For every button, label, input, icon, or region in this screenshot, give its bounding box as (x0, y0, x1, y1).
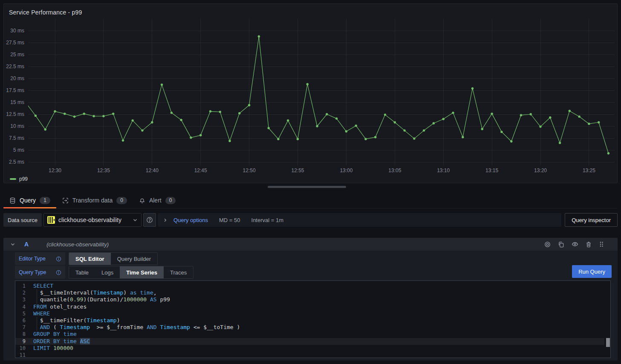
radio-option-logs[interactable]: Logs (95, 266, 120, 278)
tab-alert-label: Alert (149, 197, 162, 204)
svg-text:12:30: 12:30 (49, 168, 61, 173)
code-line-5: 5WHERE (15, 310, 604, 317)
tab-alert-badge: 0 (165, 197, 176, 204)
svg-text:30 ms: 30 ms (10, 28, 24, 34)
svg-text:22.5 ms: 22.5 ms (6, 64, 24, 69)
timeseries-panel: Service Performance - p99 12:3012:3512:4… (3, 3, 618, 183)
editor-type-label: Editor Type (19, 256, 46, 262)
datasource-name: clickhouse-observability (58, 217, 129, 223)
code-line-9: 9ORDER BY time ASC (15, 338, 604, 345)
svg-text:10 ms: 10 ms (10, 123, 24, 129)
chevron-right-icon (163, 218, 168, 222)
query-inspector-button[interactable]: Query inspector (565, 213, 618, 227)
svg-text:13:20: 13:20 (534, 168, 547, 173)
delete-query-trash-icon[interactable] (586, 241, 592, 248)
duplicate-query-icon[interactable] (558, 241, 564, 248)
code-line-10: 10LIMIT 100000 (15, 345, 604, 352)
query-row-header[interactable]: A (clickhouse-observability) (3, 238, 618, 251)
code-line-11: 11 (15, 352, 604, 358)
svg-text:25 ms: 25 ms (10, 52, 24, 58)
info-circle-icon[interactable] (56, 256, 61, 262)
svg-text:13:10: 13:10 (437, 168, 450, 173)
legend-swatch (10, 178, 16, 180)
datasource-label: Data source (3, 213, 42, 227)
svg-text:13:15: 13:15 (485, 168, 498, 173)
query-editor-card: A (clickhouse-observability) Run Query E… (3, 238, 618, 361)
svg-text:17.5 ms: 17.5 ms (6, 87, 24, 93)
code-line-4: 4FROM otel_traces (15, 303, 604, 310)
query-type-label: Query Type (19, 269, 46, 275)
query-type-radio-group: TableLogsTime SeriesTraces (69, 266, 194, 279)
query-datasource-subtitle: (clickhouse-observability) (46, 241, 109, 248)
code-line-7: 7 AND ( Timestamp >= $__fromTime AND Tim… (15, 324, 604, 331)
code-line-3: 3 quantile(0.99)(Duration)/1000000 AS p9… (15, 296, 604, 303)
radio-option-table[interactable]: Table (69, 266, 95, 278)
code-line-1: 1SELECT (15, 283, 604, 289)
panel-title: Service Performance - p99 (9, 9, 82, 16)
svg-text:20 ms: 20 ms (10, 75, 24, 81)
svg-text:13:05: 13:05 (388, 168, 401, 173)
svg-text:15 ms: 15 ms (10, 99, 24, 105)
timeseries-chart[interactable]: 12:3012:3512:4012:4512:5012:5513:0013:05… (4, 19, 618, 176)
svg-text:12:50: 12:50 (243, 168, 256, 173)
legend-item-p99[interactable]: p99 (10, 176, 28, 182)
tab-query-badge: 1 (40, 197, 50, 204)
datasource-picker[interactable]: clickhouse-observability (43, 213, 142, 227)
question-circle-icon (146, 217, 153, 223)
svg-text:5 ms: 5 ms (13, 147, 24, 153)
svg-text:12:40: 12:40 (146, 168, 159, 173)
svg-text:13:25: 13:25 (583, 168, 595, 173)
sql-code-editor[interactable]: 1SELECT2 $__timeInterval(Timestamp) as t… (15, 280, 611, 358)
clickhouse-logo-icon (47, 216, 55, 224)
query-options-bar[interactable]: Query options MD = 50 Interval = 1m (158, 213, 561, 227)
svg-text:12:35: 12:35 (97, 168, 110, 173)
hide-response-eye-icon[interactable] (572, 241, 578, 248)
svg-text:12:45: 12:45 (194, 168, 207, 173)
radio-option-time-series[interactable]: Time Series (120, 266, 164, 278)
tab-transform-label: Transform data (72, 197, 113, 204)
query-options-link[interactable]: Query options (173, 217, 208, 223)
datasource-help-button[interactable] (143, 213, 156, 227)
editor-type-label-box: Editor Type (15, 252, 65, 265)
svg-text:13:00: 13:00 (340, 168, 352, 173)
svg-text:12:55: 12:55 (291, 168, 304, 173)
info-circle-icon[interactable] (56, 270, 61, 275)
datasource-row: Data source clickhouse-observability Que… (3, 213, 618, 227)
tab-alert[interactable]: Alert 0 (133, 193, 182, 208)
svg-text:12.5 ms: 12.5 ms (6, 111, 24, 117)
radio-option-query-builder[interactable]: Query Builder (111, 253, 157, 265)
tab-query[interactable]: Query 1 (3, 193, 56, 208)
disable-query-icon[interactable] (544, 241, 551, 248)
query-type-label-box: Query Type (15, 266, 65, 279)
interval-value: Interval = 1m (251, 217, 284, 223)
radio-option-sql-editor[interactable]: SQL Editor (69, 253, 111, 265)
tab-query-label: Query (20, 197, 36, 204)
svg-text:7.5 ms: 7.5 ms (9, 135, 24, 141)
panel-resize-handle[interactable] (268, 186, 346, 188)
collapse-chevron-icon[interactable] (10, 242, 15, 247)
radio-option-traces[interactable]: Traces (164, 266, 193, 278)
legend-label: p99 (19, 176, 28, 182)
editor-tabbar: Query 1 Transform data 0 Alert 0 (3, 193, 618, 208)
drag-handle-grip-icon[interactable] (599, 241, 604, 247)
svg-text:27.5 ms: 27.5 ms (6, 40, 24, 46)
active-tab-underline (3, 207, 56, 208)
tab-transform-data[interactable]: Transform data 0 (56, 193, 133, 208)
code-line-2: 2 $__timeInterval(Timestamp) as time, (15, 289, 604, 296)
scrollbar-selection-mark[interactable] (606, 338, 610, 347)
svg-text:2.5 ms: 2.5 ms (9, 159, 24, 165)
tab-transform-badge: 0 (116, 197, 127, 204)
query-ref-id: A (24, 241, 29, 248)
run-query-button[interactable]: Run Query (572, 265, 612, 278)
editor-type-radio-group: SQL EditorQuery Builder (69, 252, 158, 265)
code-line-6: 6 $__timeFilter(Timestamp) (15, 317, 604, 324)
database-icon (9, 197, 16, 204)
chevron-down-icon (133, 217, 138, 222)
code-line-8: 8GROUP BY time (15, 331, 604, 338)
max-data-points-value: MD = 50 (219, 217, 240, 223)
process-icon (62, 197, 69, 204)
bell-icon (139, 197, 145, 204)
